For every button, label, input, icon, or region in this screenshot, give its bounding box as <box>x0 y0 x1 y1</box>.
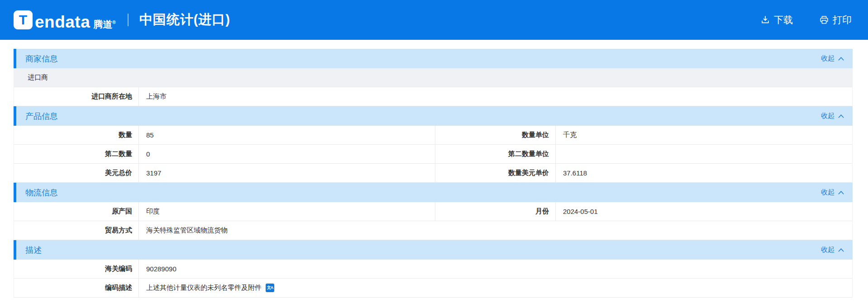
section-title: 物流信息 <box>25 187 58 198</box>
table-row: 原产国 印度 月份 2024-05-01 <box>14 202 853 221</box>
header-actions: 下载 打印 <box>760 14 852 26</box>
table-row: 海关编码 90289090 <box>14 260 853 279</box>
field-value-hs-code: 90289090 <box>139 260 852 278</box>
collapse-label: 收起 <box>821 112 835 120</box>
chevron-up-icon <box>838 190 844 195</box>
field-value-trade-mode: 海关特殊监管区域物流货物 <box>139 221 852 240</box>
field-label-importer-location: 进口商所在地 <box>14 87 139 106</box>
table-row: 进口商所在地 上海市 <box>14 87 853 106</box>
table-row: 第二数量 0 第二数量单位 <box>14 145 853 164</box>
field-label-quantity-unit: 数量单位 <box>435 126 556 144</box>
registered-mark: ® <box>112 20 115 25</box>
section-header-product: 产品信息 收起 <box>14 106 853 126</box>
section-title: 描述 <box>25 245 42 256</box>
collapse-toggle-description[interactable]: 收起 <box>821 246 844 254</box>
collapse-toggle-logistics[interactable]: 收起 <box>821 188 844 197</box>
field-label-usd-unit-price: 数量美元单价 <box>435 164 556 182</box>
field-value-usd-unit-price: 37.6118 <box>556 164 852 182</box>
collapse-toggle-merchant[interactable]: 收起 <box>821 54 844 63</box>
table-row: 贸易方式 海关特殊监管区域物流货物 <box>14 221 853 240</box>
field-label-quantity: 数量 <box>14 126 139 144</box>
logo-cn-text: 腾道 <box>93 19 112 29</box>
section-header-description: 描述 收起 <box>14 240 853 260</box>
field-label-usd-total: 美元总价 <box>14 164 139 182</box>
code-description-text: 上述其他计量仪表的未列名零件及附件 <box>146 284 262 292</box>
print-icon <box>819 15 829 25</box>
app-header: T endata 腾道® 中国统计(进口) 下载 打印 <box>0 0 868 40</box>
field-value-quantity-unit: 千克 <box>556 126 852 144</box>
field-value-quantity: 85 <box>139 126 435 144</box>
download-label: 下载 <box>774 14 793 26</box>
table-row: 编码描述 上述其他计量仪表的未列名零件及附件 文A <box>14 279 853 298</box>
field-value-second-quantity: 0 <box>139 145 435 163</box>
section-title: 产品信息 <box>25 111 58 122</box>
field-value-usd-total: 3197 <box>139 164 435 182</box>
collapse-label: 收起 <box>821 54 835 63</box>
field-label-hs-code: 海关编码 <box>14 260 139 278</box>
field-label-code-description: 编码描述 <box>14 279 139 297</box>
field-value-origin-country: 印度 <box>139 202 435 221</box>
chevron-up-icon <box>838 248 844 252</box>
field-value-importer-location: 上海市 <box>139 87 852 106</box>
section-header-logistics: 物流信息 收起 <box>14 183 853 202</box>
collapse-toggle-product[interactable]: 收起 <box>821 112 844 120</box>
section-title: 商家信息 <box>25 53 58 64</box>
logo-wordmark: endata <box>35 14 90 29</box>
field-value-month: 2024-05-01 <box>556 202 852 221</box>
collapse-label: 收起 <box>821 188 835 197</box>
download-button[interactable]: 下载 <box>760 14 793 26</box>
table-row: 数量 85 数量单位 千克 <box>14 126 853 145</box>
field-value-code-description: 上述其他计量仪表的未列名零件及附件 文A <box>139 279 852 297</box>
download-icon <box>760 15 770 25</box>
chevron-up-icon <box>838 114 844 118</box>
field-label-month: 月份 <box>435 202 556 221</box>
tendata-logo[interactable]: T endata 腾道® <box>14 10 116 29</box>
field-label-second-quantity: 第二数量 <box>14 145 139 163</box>
tendata-logo-icon: T <box>14 10 33 29</box>
field-label-origin-country: 原产国 <box>14 202 139 221</box>
collapse-label: 收起 <box>821 246 835 254</box>
header-divider <box>128 14 129 26</box>
page-title: 中国统计(进口) <box>139 11 230 29</box>
importer-label: 进口商 <box>28 73 48 82</box>
print-button[interactable]: 打印 <box>819 14 852 26</box>
logo-cn-wordmark: 腾道® <box>93 19 115 29</box>
record-detail: 商家信息 收起 进口商 进口商所在地 上海市 产品信息 收起 数量 85 数量单… <box>14 49 853 298</box>
table-row: 美元总价 3197 数量美元单价 37.6118 <box>14 164 853 183</box>
section-header-merchant: 商家信息 收起 <box>14 49 853 68</box>
chevron-up-icon <box>838 57 844 61</box>
translate-icon[interactable]: 文A <box>266 284 274 292</box>
field-value-second-quantity-unit <box>556 145 852 163</box>
field-label-second-quantity-unit: 第二数量单位 <box>435 145 556 163</box>
field-label-trade-mode: 贸易方式 <box>14 221 139 240</box>
importer-row: 进口商 <box>14 68 853 87</box>
print-label: 打印 <box>833 14 852 26</box>
